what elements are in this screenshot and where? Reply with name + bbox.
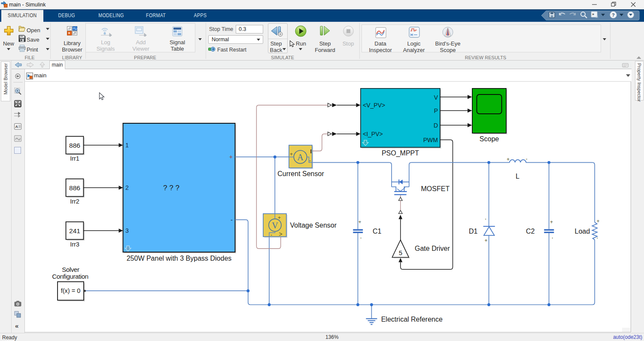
svg-text:A: A xyxy=(15,125,18,129)
svg-text:»: » xyxy=(592,12,594,16)
svg-text:?: ? xyxy=(612,12,615,18)
